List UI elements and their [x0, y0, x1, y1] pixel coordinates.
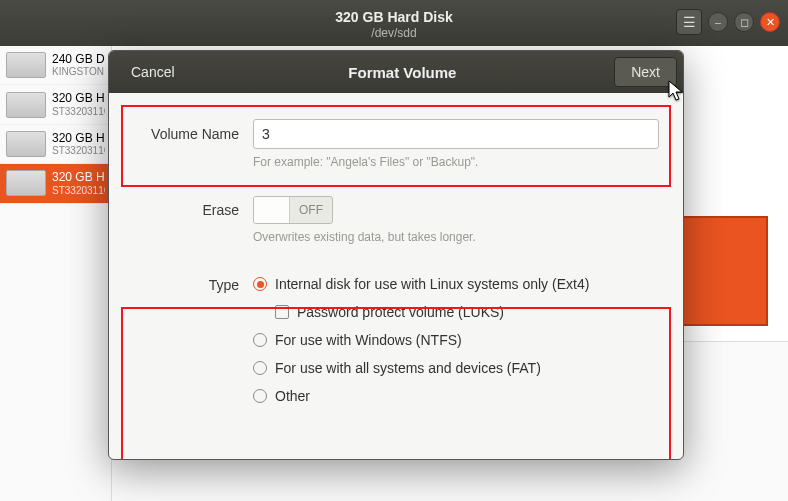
volume-name-input[interactable] [253, 119, 659, 149]
type-option-luks[interactable]: Password protect volume (LUKS) [275, 298, 659, 326]
erase-toggle[interactable]: OFF [253, 196, 333, 224]
disk-model: KINGSTON S [52, 66, 105, 78]
next-button[interactable]: Next [614, 57, 677, 87]
option-label: For use with Windows (NTFS) [275, 326, 462, 354]
dialog-header: Cancel Format Volume Next [109, 51, 683, 93]
maximize-button[interactable]: ◻ [734, 12, 754, 32]
erase-hint: Overwrites existing data, but takes long… [253, 230, 659, 244]
toggle-knob [254, 197, 290, 223]
type-option-fat[interactable]: For use with all systems and devices (FA… [253, 354, 659, 382]
type-label: Type [133, 270, 253, 300]
disk-model: ST3320311C [52, 185, 105, 197]
disk-item-3[interactable]: 320 GB Ha ST3320311C [0, 164, 111, 203]
option-label: For use with all systems and devices (FA… [275, 354, 541, 382]
checkbox-icon [275, 305, 289, 319]
disk-icon [6, 131, 46, 157]
window-subtitle: /dev/sdd [0, 26, 788, 40]
disk-name: 320 GB Ha [52, 170, 105, 184]
disk-model: ST3320311C [52, 145, 105, 157]
toggle-state: OFF [290, 197, 332, 223]
disk-item-1[interactable]: 320 GB Ha ST3320311C [0, 85, 111, 124]
option-label: Other [275, 382, 310, 410]
type-option-other[interactable]: Other [253, 382, 659, 410]
disk-name: 240 GB Disk [52, 52, 105, 66]
disks-window: 320 GB Hard Disk /dev/sdd ☰ – ◻ ✕ 240 GB… [0, 0, 788, 501]
radio-icon [253, 361, 267, 375]
disk-item-2[interactable]: 320 GB Ha ST3320311C [0, 125, 111, 164]
volume-name-label: Volume Name [133, 119, 253, 149]
menu-button[interactable]: ☰ [676, 9, 702, 35]
dialog-title: Format Volume [348, 64, 456, 81]
disk-icon [6, 170, 46, 196]
disk-name: 320 GB Ha [52, 91, 105, 105]
erase-label: Erase [133, 195, 253, 225]
radio-icon [253, 333, 267, 347]
type-option-ntfs[interactable]: For use with Windows (NTFS) [253, 326, 659, 354]
close-button[interactable]: ✕ [760, 12, 780, 32]
option-label: Password protect volume (LUKS) [297, 298, 504, 326]
format-volume-dialog: Cancel Format Volume Next Volume Name Fo… [108, 50, 684, 460]
disk-sidebar: 240 GB Disk KINGSTON S 320 GB Ha ST33203… [0, 46, 112, 501]
option-label: Internal disk for use with Linux systems… [275, 270, 589, 298]
window-title: 320 GB Hard Disk [0, 9, 788, 26]
disk-icon [6, 92, 46, 118]
close-icon: ✕ [766, 16, 775, 29]
disk-model: ST3320311C [52, 106, 105, 118]
cancel-button[interactable]: Cancel [115, 58, 191, 86]
titlebar: 320 GB Hard Disk /dev/sdd ☰ – ◻ ✕ [0, 0, 788, 46]
disk-icon [6, 52, 46, 78]
minimize-icon: – [715, 16, 721, 28]
disk-item-0[interactable]: 240 GB Disk KINGSTON S [0, 46, 111, 85]
type-option-ext4[interactable]: Internal disk for use with Linux systems… [253, 270, 659, 298]
minimize-button[interactable]: – [708, 12, 728, 32]
disk-name: 320 GB Ha [52, 131, 105, 145]
hamburger-icon: ☰ [683, 14, 696, 30]
radio-icon [253, 277, 267, 291]
volume-name-hint: For example: "Angela's Files" or "Backup… [253, 155, 659, 169]
maximize-icon: ◻ [740, 16, 749, 29]
radio-icon [253, 389, 267, 403]
